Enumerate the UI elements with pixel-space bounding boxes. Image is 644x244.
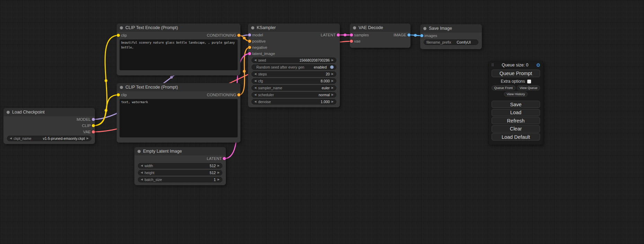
- decrement-arrow-icon[interactable]: ◀: [254, 80, 256, 82]
- widget-value: 20: [326, 72, 330, 76]
- node-title-bar[interactable]: Load Checkpoint: [3, 108, 95, 116]
- widget-width[interactable]: ◀ width 512 ▶: [138, 163, 222, 169]
- widget-sampler-name[interactable]: ◀ sampler_name euler ▶: [252, 85, 336, 91]
- node-title-bar[interactable]: Save Image: [420, 24, 482, 33]
- widget-filename-prefix[interactable]: filename_prefix ComfyUI: [424, 39, 478, 45]
- node-title-bar[interactable]: KSampler: [248, 24, 340, 32]
- widget-height[interactable]: ◀ height 512 ▶: [138, 170, 222, 175]
- widget-cfg[interactable]: ◀ cfg 8.000 ▶: [252, 78, 336, 84]
- input-slot-samples[interactable]: [350, 34, 353, 37]
- node-title-bar[interactable]: CLIP Text Encode (Prompt): [117, 24, 240, 32]
- output-slot-latent[interactable]: [223, 157, 226, 160]
- widget-label: scheduler: [258, 93, 274, 97]
- widget-label: ckpt_name: [14, 136, 31, 141]
- increment-arrow-icon[interactable]: ▶: [218, 178, 220, 181]
- node-vae-decode[interactable]: VAE Decode samples IMAGE vae: [350, 24, 411, 48]
- widget-value: v1-5-pruned-emaonly.ckpt: [43, 136, 85, 141]
- queue-size-label: Queue size: 0: [496, 63, 534, 67]
- widget-label: denoise: [258, 100, 271, 104]
- input-slot-latent-image[interactable]: [248, 52, 251, 55]
- input-slot-clip[interactable]: [117, 93, 120, 97]
- increment-arrow-icon[interactable]: ▶: [332, 80, 334, 82]
- output-slot-conditioning[interactable]: [237, 34, 240, 37]
- node-graph-canvas[interactable]: Load Checkpoint MODEL CLIP VAE ◀ ckpt_na…: [0, 0, 644, 244]
- input-slot-positive[interactable]: [248, 40, 251, 43]
- output-slot-model[interactable]: [92, 118, 95, 121]
- queue-prompt-button[interactable]: Queue Prompt: [492, 70, 540, 77]
- increment-arrow-icon[interactable]: ▶: [218, 171, 220, 174]
- toggle-knob-icon[interactable]: [330, 65, 334, 69]
- node-clip-text-encode-negative[interactable]: CLIP Text Encode (Prompt) clip CONDITION…: [117, 83, 240, 143]
- node-save-image[interactable]: Save Image images filename_prefix ComfyU…: [420, 24, 482, 49]
- widget-value: 512: [210, 164, 216, 168]
- increment-arrow-icon[interactable]: ▶: [332, 93, 334, 96]
- load-button[interactable]: Load: [492, 109, 540, 116]
- node-title-bar[interactable]: VAE Decode: [350, 24, 411, 32]
- output-slot-vae[interactable]: [92, 130, 95, 134]
- node-title-bar[interactable]: Empty Latent Image: [134, 147, 226, 155]
- negative-prompt-textarea[interactable]: text, watermark: [120, 99, 238, 137]
- collapse-dot-icon[interactable]: [353, 26, 356, 29]
- decrement-arrow-icon[interactable]: ◀: [254, 93, 256, 96]
- settings-gear-icon[interactable]: ⚙: [536, 62, 540, 68]
- input-slot-label: negative: [252, 45, 267, 49]
- node-title: KSampler: [257, 25, 276, 30]
- widget-steps[interactable]: ◀ steps 20 ▶: [252, 71, 336, 77]
- node-title: Save Image: [429, 26, 452, 31]
- collapse-dot-icon[interactable]: [423, 27, 426, 30]
- decrement-arrow-icon[interactable]: ◀: [10, 137, 12, 140]
- extra-options-checkbox[interactable]: [527, 80, 531, 83]
- increment-arrow-icon[interactable]: ▶: [218, 164, 220, 167]
- output-slot-latent[interactable]: [337, 34, 340, 37]
- decrement-arrow-icon[interactable]: ◀: [141, 178, 143, 181]
- input-slot-label: positive: [252, 39, 266, 43]
- load-default-button[interactable]: Load Default: [492, 133, 540, 141]
- drag-handle-icon[interactable]: ⠿: [491, 63, 494, 67]
- node-title-bar[interactable]: CLIP Text Encode (Prompt): [117, 83, 240, 91]
- increment-arrow-icon[interactable]: ▶: [332, 59, 334, 62]
- refresh-button[interactable]: Refresh: [492, 117, 540, 124]
- decrement-arrow-icon[interactable]: ◀: [254, 59, 256, 62]
- widget-seed[interactable]: ◀ seed 156680208700286 ▶: [252, 57, 336, 63]
- clear-button[interactable]: Clear: [492, 125, 540, 133]
- node-clip-text-encode-positive[interactable]: CLIP Text Encode (Prompt) clip CONDITION…: [117, 24, 240, 75]
- decrement-arrow-icon[interactable]: ◀: [254, 73, 256, 75]
- input-slot-model[interactable]: [248, 34, 251, 37]
- decrement-arrow-icon[interactable]: ◀: [254, 87, 256, 89]
- collapse-dot-icon[interactable]: [251, 26, 254, 29]
- collapse-dot-icon[interactable]: [138, 150, 141, 153]
- view-queue-button[interactable]: View Queue: [517, 85, 540, 90]
- input-slot-images[interactable]: [420, 34, 423, 37]
- save-button[interactable]: Save: [492, 101, 540, 108]
- decrement-arrow-icon[interactable]: ◀: [141, 171, 143, 174]
- increment-arrow-icon[interactable]: ▶: [332, 87, 334, 89]
- widget-batch-size[interactable]: ◀ batch_size 1 ▶: [138, 177, 222, 182]
- widget-denoise[interactable]: ◀ denoise 1.000 ▶: [252, 99, 336, 105]
- increment-arrow-icon[interactable]: ▶: [332, 100, 334, 103]
- input-slot-clip[interactable]: [117, 34, 120, 37]
- node-load-checkpoint[interactable]: Load Checkpoint MODEL CLIP VAE ◀ ckpt_na…: [3, 108, 95, 144]
- input-slot-vae[interactable]: [350, 40, 353, 43]
- node-title: VAE Decode: [359, 25, 383, 30]
- queue-front-button[interactable]: Queue Front: [492, 85, 515, 90]
- widget-value: 512: [210, 171, 216, 175]
- output-slot-image[interactable]: [407, 34, 411, 37]
- input-slot-negative[interactable]: [248, 46, 251, 49]
- node-empty-latent-image[interactable]: Empty Latent Image LATENT ◀ width 512 ▶ …: [134, 147, 226, 185]
- collapse-dot-icon[interactable]: [120, 26, 123, 29]
- decrement-arrow-icon[interactable]: ◀: [141, 164, 143, 167]
- node-ksampler[interactable]: KSampler model LATENT positive negative …: [248, 24, 340, 107]
- decrement-arrow-icon[interactable]: ◀: [254, 100, 256, 103]
- view-history-button[interactable]: View History: [504, 92, 528, 97]
- slot-row: VAE: [3, 129, 95, 135]
- output-slot-clip[interactable]: [92, 124, 95, 127]
- positive-prompt-textarea[interactable]: beautiful scenery nature glass bottle la…: [120, 39, 238, 70]
- increment-arrow-icon[interactable]: ▶: [332, 73, 334, 75]
- output-slot-conditioning[interactable]: [237, 93, 240, 97]
- increment-arrow-icon[interactable]: ▶: [87, 137, 89, 140]
- collapse-dot-icon[interactable]: [7, 111, 10, 114]
- widget-random-seed-toggle[interactable]: Random seed after every gen enabled: [252, 64, 336, 70]
- widget-ckpt-name[interactable]: ◀ ckpt_name v1-5-pruned-emaonly.ckpt ▶: [7, 136, 91, 141]
- collapse-dot-icon[interactable]: [120, 86, 123, 89]
- widget-scheduler[interactable]: ◀ scheduler normal ▶: [252, 92, 336, 98]
